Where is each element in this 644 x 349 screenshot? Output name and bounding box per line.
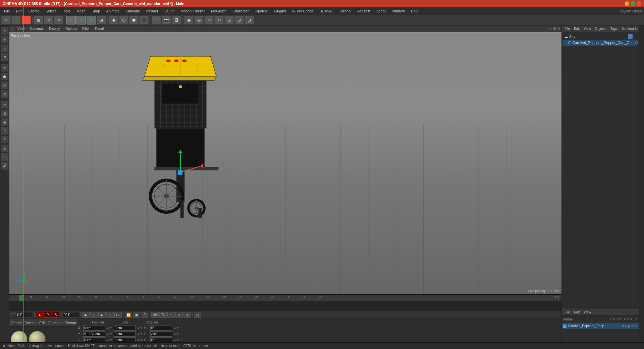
rb-edit[interactable]: Edit — [573, 310, 581, 314]
viewport-canvas[interactable]: Perspective — [9, 32, 561, 294]
y-size-input[interactable] — [114, 331, 136, 337]
axis-all-button[interactable]: ⊞ — [97, 16, 106, 24]
close-button[interactable]: ✕ — [637, 1, 641, 6]
help-btn[interactable]: ? — [141, 312, 148, 318]
left-loop-btn[interactable]: ⊞ — [1, 90, 9, 98]
viewport-fullscreen-icon[interactable]: ⊞ — [557, 27, 560, 31]
left-select-btn[interactable]: ↖ — [1, 27, 9, 35]
p-rot-arrow[interactable]: ▲▼ — [173, 332, 179, 336]
menu-motion-tracker[interactable]: Motion Tracker — [178, 8, 208, 14]
menu-script[interactable]: Script — [374, 8, 388, 14]
menu-window[interactable]: Window — [389, 8, 408, 14]
display-btn-4[interactable]: ⚙ — [214, 16, 224, 24]
rp-edit[interactable]: Edit — [573, 27, 581, 31]
render-view[interactable]: 📷 — [162, 16, 171, 24]
viewport-expand-icon[interactable]: ⤢ — [549, 27, 552, 31]
next-frame-btn[interactable]: ▷ — [106, 312, 114, 318]
left-sculpt-btn[interactable]: S — [1, 127, 9, 135]
y-size-arrow[interactable]: ▲▼ — [137, 332, 143, 336]
x-size-input[interactable] — [114, 325, 136, 331]
point-mode[interactable]: ◆ — [109, 16, 118, 24]
rp-bookmarks[interactable]: Bookmarks — [620, 27, 639, 31]
go-end-btn[interactable]: ⏭ — [114, 312, 122, 318]
render-pic[interactable]: 🖼 — [172, 16, 181, 24]
menu-mograph[interactable]: MoGraph — [208, 8, 229, 14]
display-btn-7[interactable]: ⊡ — [245, 16, 254, 24]
x-pos-arrow[interactable]: ▲▼ — [106, 326, 112, 330]
display-btn-6[interactable]: ⊟ — [234, 16, 244, 24]
undo-button[interactable]: ↩ — [1, 16, 11, 24]
left-rotate-btn[interactable]: ↻ — [1, 53, 9, 61]
obj-icon-4[interactable]: ⊙ — [631, 325, 634, 328]
left-knife-btn[interactable]: ✂ — [1, 101, 9, 109]
mat-corona[interactable]: Corona — [24, 321, 37, 325]
b-rot-arrow[interactable]: ▲▼ — [173, 338, 179, 342]
menu-plugins[interactable]: Plugins — [271, 8, 288, 14]
left-poly-btn[interactable]: ⬢ — [1, 72, 9, 81]
obj-row[interactable]: Carnival_Popcorn_Popper_Cart_Generic ⚙ ⊞… — [562, 323, 639, 329]
obj-icon-5[interactable]: ⊚ — [635, 325, 637, 328]
display-btn-3[interactable]: ⚙ — [204, 16, 214, 24]
toolbar-rotate[interactable]: ↻ — [54, 16, 63, 24]
obj-icon-2[interactable]: ⊞ — [625, 325, 628, 328]
viewport-settings-icon[interactable]: ⚙ — [553, 27, 556, 31]
menu-3dtoall[interactable]: 3DToAll — [317, 8, 335, 14]
rp-tags[interactable]: Tags — [609, 27, 619, 31]
left-snap-btn[interactable]: ⊙ — [1, 144, 9, 152]
tree-item-sky[interactable]: ☁ Sky ⋮ — [563, 34, 637, 40]
toolbar-scale[interactable]: ⤢ — [44, 16, 53, 24]
left-edge-btn[interactable]: ⬡ — [1, 81, 9, 89]
tree-item-carnival[interactable]: L 0 Carnival_Popcorn_Popper_Cart_Generic… — [563, 40, 637, 46]
axis-z-button[interactable]: Z — [87, 16, 96, 24]
rb-file[interactable]: File — [563, 310, 571, 314]
y-pos-arrow[interactable]: ▲▼ — [106, 332, 112, 336]
menu-animate[interactable]: Animate — [104, 8, 122, 14]
rb-view[interactable]: View — [582, 310, 592, 314]
menu-corona[interactable]: Corona — [336, 8, 353, 14]
vp-menu-filter[interactable]: Filter — [81, 27, 91, 31]
left-param-btn[interactable]: P — [1, 136, 9, 144]
keyframe-paste-btn[interactable]: ⊚ — [175, 312, 183, 318]
menu-vray-bridge[interactable]: V-Ray Bridge — [289, 8, 317, 14]
timeline-track[interactable] — [9, 301, 561, 311]
keyframe-add-btn[interactable]: ⌨ — [151, 312, 159, 318]
left-scale-btn[interactable]: ⤢ — [1, 44, 9, 52]
toolbar-new[interactable]: + — [11, 16, 21, 24]
menu-character[interactable]: Character — [230, 8, 251, 14]
record-auto-btn[interactable]: ● — [36, 312, 43, 318]
rp-file[interactable]: File — [563, 27, 571, 31]
vp-menu-panel[interactable]: Panel — [94, 27, 105, 31]
left-magnet-btn[interactable]: ⚡ — [1, 118, 9, 126]
poly-mode[interactable]: ⬢ — [129, 16, 139, 24]
menu-render[interactable]: Render — [144, 8, 161, 14]
keyframe-copy-btn[interactable]: ⊙ — [167, 312, 175, 318]
rp-view[interactable]: View — [582, 27, 592, 31]
maximize-button[interactable]: □ — [631, 1, 635, 6]
mat-edit[interactable]: Edit — [39, 321, 46, 325]
menu-help[interactable]: Help — [408, 8, 421, 14]
left-material-btn[interactable]: ⚫ — [1, 153, 9, 161]
mat-function[interactable]: Function — [48, 321, 62, 325]
record-scale-btn[interactable]: S — [52, 312, 59, 318]
x-pos-input[interactable] — [83, 325, 105, 331]
obj-icon-1[interactable]: ⚙ — [622, 325, 624, 328]
timeline-more-btn[interactable]: ⊟ — [194, 312, 201, 318]
z-size-input[interactable] — [114, 337, 136, 343]
timeline-expand-btn[interactable]: ⊞ — [183, 312, 191, 318]
mat-create[interactable]: Create — [11, 321, 22, 325]
mat-texture[interactable]: Texture — [65, 321, 77, 325]
z-pos-input[interactable] — [83, 337, 105, 343]
obj-mode[interactable]: ⬛ — [139, 16, 149, 24]
frame-input[interactable] — [16, 312, 33, 317]
menu-create[interactable]: Create — [26, 8, 42, 14]
toolbar-open[interactable]: + — [21, 16, 31, 24]
record-pos-btn[interactable]: P — [44, 312, 51, 318]
h-rot-arrow[interactable]: ▲▼ — [173, 326, 179, 330]
display-btn-2[interactable]: ◎ — [194, 16, 204, 24]
left-paint-btn[interactable]: 🖌 — [1, 162, 9, 170]
record-btn[interactable]: ⏺ — [133, 312, 140, 318]
display-btn-1[interactable]: ◉ — [184, 16, 194, 24]
menu-select[interactable]: Select — [43, 8, 59, 14]
prev-frame-btn[interactable]: ◁ — [90, 312, 98, 318]
menu-pipeline[interactable]: Pipeline — [252, 8, 270, 14]
